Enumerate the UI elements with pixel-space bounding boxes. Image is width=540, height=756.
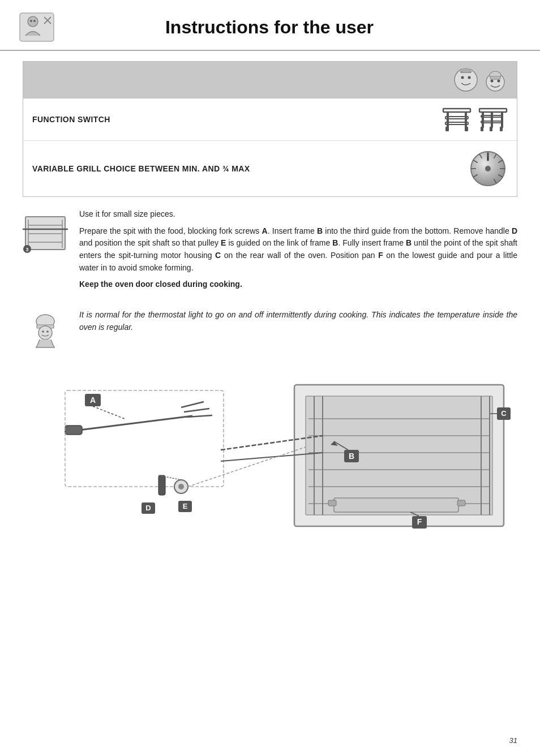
instruction-text-body: Use it for small size pieces. Prepare th…: [79, 208, 517, 295]
svg-point-12: [491, 80, 494, 83]
svg-rect-30: [492, 121, 502, 123]
svg-rect-23: [479, 109, 507, 112]
svg-rect-33: [500, 127, 503, 131]
chef-section: It is normal for the thermostat light to…: [23, 309, 517, 349]
info-bar-icons: [453, 67, 508, 92]
page-number: 31: [509, 736, 517, 745]
svg-point-36: [485, 166, 491, 171]
svg-rect-100: [328, 500, 336, 506]
function-switch-icons: [442, 106, 508, 132]
chef-note-text: It is normal for the thermostat light to…: [79, 309, 517, 333]
svg-point-7: [461, 76, 464, 79]
instruction-line1: Use it for small size pieces.: [79, 208, 517, 221]
grill-icon-double: [478, 106, 508, 132]
svg-rect-18: [465, 112, 467, 128]
svg-point-1: [28, 16, 38, 27]
diagram-part-D-E: D E: [142, 475, 192, 514]
svg-point-74: [178, 484, 184, 489]
info-bar: [23, 61, 517, 98]
function-switch-label: FUNCTION SWITCH: [32, 115, 431, 124]
svg-text:3: 3: [25, 247, 28, 252]
chef-icon: [23, 309, 68, 349]
svg-rect-22: [465, 127, 468, 131]
svg-text:E: E: [183, 502, 188, 510]
svg-rect-26: [501, 112, 503, 128]
diagram-svg: A D E: [34, 362, 521, 549]
face-icon-2: [483, 67, 508, 92]
svg-rect-29: [492, 115, 502, 117]
svg-line-63: [184, 409, 209, 412]
svg-rect-24: [482, 112, 484, 128]
svg-text:C: C: [501, 409, 507, 418]
svg-rect-47: [25, 217, 65, 250]
svg-rect-16: [443, 109, 470, 112]
svg-rect-25: [491, 112, 493, 128]
knob-icon: [468, 149, 508, 188]
text-section: 3 Use it for small size pieces. Prepare …: [23, 208, 517, 295]
oven-rack-icon: 3: [23, 208, 68, 254]
svg-text:B: B: [349, 452, 354, 461]
face-icon-1: [453, 67, 478, 92]
page-header: Instructions for the user: [0, 0, 540, 51]
instruction-line2: Prepare the spit with the food, blocking…: [79, 225, 517, 274]
svg-text:F: F: [417, 517, 422, 526]
svg-rect-21: [445, 127, 449, 131]
diagram-part-A: A: [65, 394, 212, 435]
svg-rect-65: [65, 426, 82, 435]
variable-grill-row: VARIABLE GRILL CHOICE BETWEEN MIN. AND ¾…: [23, 141, 517, 196]
svg-point-13: [498, 80, 500, 83]
svg-line-61: [79, 416, 192, 430]
svg-rect-0: [20, 13, 54, 41]
page-title: Instructions for the user: [57, 17, 523, 38]
svg-line-62: [181, 402, 204, 407]
features-block: FUNCTION SWITCH: [23, 98, 517, 197]
svg-rect-10: [461, 68, 470, 72]
instruction-bold-line: Keep the oven door closed during cooking…: [79, 278, 517, 291]
svg-point-59: [42, 330, 44, 333]
svg-point-5: [33, 20, 36, 22]
svg-text:D: D: [145, 504, 151, 512]
svg-rect-31: [481, 127, 483, 131]
function-switch-row: FUNCTION SWITCH: [23, 98, 517, 141]
variable-grill-label: VARIABLE GRILL CHOICE BETWEEN MIN. AND ¾…: [32, 164, 457, 173]
svg-text:A: A: [90, 396, 96, 405]
svg-rect-15: [490, 76, 500, 79]
svg-rect-32: [490, 127, 492, 131]
svg-line-105: [188, 447, 306, 487]
svg-line-68: [93, 406, 125, 419]
header-logo-icon: [17, 10, 57, 44]
grill-icon-single: [442, 106, 472, 132]
svg-point-8: [468, 76, 471, 79]
svg-point-4: [30, 20, 32, 22]
diagram-section: A D E: [34, 362, 506, 555]
svg-rect-70: [158, 475, 165, 495]
svg-rect-79: [306, 396, 492, 515]
svg-rect-17: [447, 112, 449, 128]
svg-rect-101: [457, 500, 465, 506]
svg-rect-99: [334, 498, 458, 512]
svg-point-60: [46, 330, 49, 333]
page-content: FUNCTION SWITCH: [0, 61, 540, 555]
svg-point-58: [38, 326, 52, 340]
